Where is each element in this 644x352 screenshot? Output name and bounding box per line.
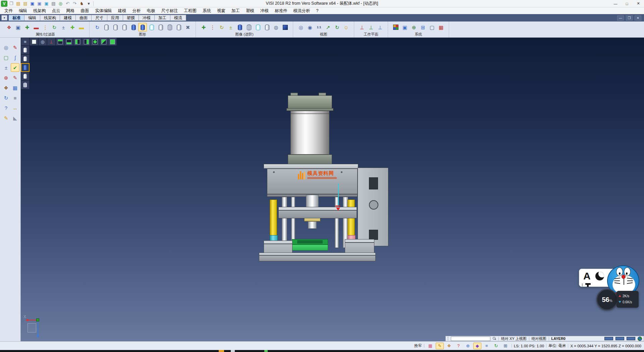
print-preview-icon[interactable]: ◎ — [57, 1, 64, 7]
new-file-icon[interactable]: ❐ — [8, 1, 14, 7]
solid-filter-active-icon[interactable] — [138, 23, 147, 32]
regenerate-icon[interactable]: ↻ — [2, 93, 10, 102]
taskbar-strip[interactable] — [0, 350, 644, 352]
qat-customize-dropdown[interactable]: ▾ — [86, 1, 92, 7]
menu-item[interactable]: 塑模 — [243, 8, 257, 14]
regen-view-icon[interactable]: ↻ — [333, 23, 341, 32]
minimize-button[interactable]: — — [610, 0, 621, 7]
surface-slope-icon[interactable]: ◣ — [11, 114, 19, 122]
save-icon[interactable]: ▣ — [29, 1, 36, 7]
menu-item[interactable]: 电极 — [144, 8, 158, 14]
menu-item[interactable]: 文件 — [1, 8, 16, 14]
ribbon-tab[interactable]: 应用 — [107, 15, 123, 21]
filter-solid-3-icon[interactable] — [21, 72, 30, 81]
solid-filter-4-icon[interactable] — [156, 23, 165, 32]
view-bottom-icon[interactable] — [64, 38, 73, 46]
menu-item[interactable]: 模流分析 — [290, 8, 313, 14]
erase-sketch-icon[interactable]: ✎ — [11, 43, 19, 52]
solid-recycle-icon[interactable] — [174, 23, 183, 32]
workplane-align-icon[interactable]: ⊥ — [376, 23, 384, 32]
system-table-icon[interactable]: ⊞ — [419, 23, 427, 32]
import-file-icon[interactable]: ▤ — [22, 1, 29, 7]
solid-filter-striped-icon[interactable] — [165, 23, 174, 32]
viewport-canvas[interactable]: ≡◎⊥ — [21, 38, 644, 341]
snap-config-icon[interactable]: ▦ — [426, 343, 434, 349]
image-attributes-icon[interactable]: ▣ — [14, 23, 22, 32]
spline-edit-icon[interactable]: ∫ — [11, 53, 19, 62]
undo-icon[interactable]: ↶ — [64, 1, 71, 7]
snap-stamp-icon[interactable]: ❖ — [445, 343, 453, 349]
tab-dropdown-button[interactable]: ▾ — [1, 15, 7, 20]
menu-item[interactable]: 分析 — [129, 8, 144, 14]
filter-solid-striped-icon[interactable] — [21, 81, 30, 89]
move-axes-icon[interactable]: ⊕ — [2, 73, 10, 82]
view-front-icon[interactable] — [91, 38, 99, 46]
view-axo-axes-icon[interactable]: ⊥ — [47, 38, 56, 46]
cylinder-ribbed-icon[interactable] — [245, 23, 253, 32]
visi-logo[interactable]: V — [1, 1, 7, 7]
solid-tools-icon[interactable]: ✖ — [183, 23, 192, 32]
selection-set-icon[interactable]: ▢ — [428, 23, 436, 32]
system-image-icon[interactable]: ▣ — [400, 23, 409, 32]
maximize-button[interactable]: □ — [621, 0, 633, 7]
solid-filter-3-icon[interactable] — [120, 23, 129, 32]
solids-refresh-icon[interactable]: ↻ — [93, 23, 102, 32]
ribbon-tab[interactable]: 模流 — [170, 15, 186, 21]
cube-toggle-icon[interactable]: ± — [226, 23, 235, 32]
help-question-icon[interactable]: ? — [2, 103, 10, 112]
cylinder-note-icon[interactable] — [263, 23, 271, 32]
solid-filter-1-icon[interactable] — [102, 23, 111, 32]
ribbon-tab[interactable]: 标准 — [9, 15, 24, 21]
menu-item[interactable]: 工程图 — [181, 8, 200, 14]
menu-item[interactable]: ? — [313, 8, 322, 13]
menu-item[interactable]: 曲面 — [78, 8, 92, 14]
shading-smiley-icon[interactable]: ☺ — [342, 23, 351, 32]
menu-item[interactable]: 建模 — [115, 8, 129, 14]
menu-item[interactable]: 编辑 — [16, 8, 30, 14]
print-icon[interactable]: ▤ — [50, 1, 57, 7]
workplane-create-icon[interactable]: ⊥ — [358, 23, 366, 32]
filter-traffic-light-icon[interactable]: ⋮ — [41, 23, 50, 32]
cube-refresh-icon[interactable]: ↻ — [217, 23, 226, 32]
menu-item[interactable]: 冲模 — [257, 8, 272, 14]
pan-view-icon[interactable]: ↗ — [324, 23, 332, 32]
attributes-books-icon[interactable]: ❖ — [2, 83, 10, 92]
mdi-window-control[interactable]: ❐ — [626, 15, 633, 20]
solid-cube-icon[interactable] — [281, 23, 289, 32]
view-iso-icon[interactable] — [108, 38, 117, 46]
search-icon[interactable] — [493, 337, 496, 340]
units-indicator[interactable]: 单位: 毫米 — [548, 343, 566, 348]
snap-help-icon[interactable]: ? — [454, 343, 463, 349]
ribbon-tab[interactable]: 编辑 — [24, 15, 40, 21]
cylinder-banded-icon[interactable] — [235, 23, 244, 32]
filter-solid-2-icon[interactable] — [21, 54, 30, 63]
snap-point-icon[interactable]: ⊕ — [464, 343, 472, 349]
taskbar-icon[interactable] — [219, 350, 224, 352]
solid-filter-2-icon[interactable] — [111, 23, 120, 32]
cube-traffic-icon[interactable]: ⋮ — [208, 23, 217, 32]
grid-window-icon[interactable]: ▦ — [11, 83, 19, 92]
ribbon-tab[interactable]: 建模 — [60, 15, 76, 21]
taskbar-icon[interactable] — [231, 350, 235, 352]
view-search-icon[interactable]: ◎ — [2, 43, 10, 52]
menu-item[interactable]: 系统 — [200, 8, 214, 14]
ribbon-tab[interactable]: 线架构 — [40, 15, 60, 21]
zoom-toggle-icon[interactable]: ± — [2, 63, 10, 72]
menu-item[interactable]: 实体编辑 — [92, 8, 115, 14]
solid-filter-cyan-icon[interactable] — [147, 23, 156, 32]
ribbon-tab[interactable]: 加工 — [155, 15, 170, 21]
ribbon-tab[interactable]: 尺寸 — [92, 15, 107, 21]
view-mode-label[interactable]: 绝对 XY 上视图 — [501, 336, 527, 341]
system-settings-icon[interactable]: ⊕ — [410, 23, 418, 32]
close-button[interactable]: ✕ — [633, 0, 644, 7]
solid-mode-icon[interactable]: ■ — [11, 93, 19, 102]
globe-icon[interactable] — [638, 337, 642, 341]
redo-icon[interactable]: ↷ — [71, 1, 78, 7]
view-right-icon[interactable] — [82, 38, 91, 46]
layer-list-icon[interactable]: ≡ — [483, 343, 491, 349]
ribbon-tab[interactable]: 塑膜 — [123, 15, 139, 21]
ribbon-tab[interactable]: 曲面 — [76, 15, 92, 21]
search-input[interactable] — [451, 337, 490, 341]
view-left-icon[interactable] — [73, 38, 82, 46]
taskbar-icon[interactable] — [264, 350, 268, 352]
